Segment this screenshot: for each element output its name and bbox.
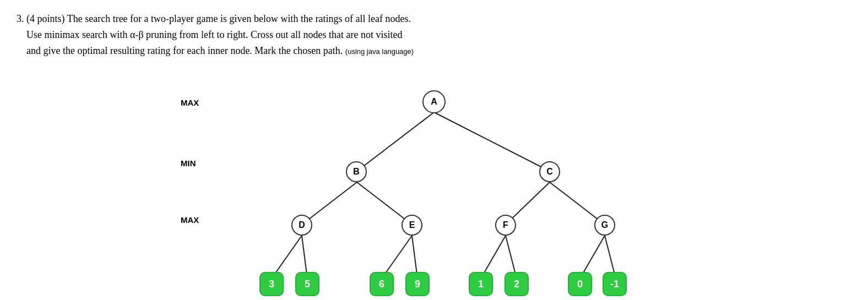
- problem-note: (using java language): [345, 47, 414, 56]
- leaf-1: 1: [469, 272, 493, 296]
- leaf-neg1: -1: [603, 272, 627, 296]
- problem-points: (4 points): [26, 13, 65, 24]
- svg-line-1: [434, 112, 550, 171]
- leaf-0: 0: [568, 272, 592, 296]
- problem-statement: 3. (4 points) The search tree for a two-…: [17, 11, 843, 58]
- problem-number: 3.: [17, 13, 24, 24]
- leaf-6: 6: [370, 272, 394, 296]
- leaf-5: 5: [295, 272, 319, 296]
- problem-text-line2: Use minimax search with α-β pruning from…: [26, 29, 402, 40]
- leaf-3: 3: [259, 272, 284, 296]
- leaf-2: 2: [504, 272, 529, 296]
- leaf-9: 9: [405, 272, 430, 296]
- problem-text-line3: and give the optimal resulting rating fo…: [26, 45, 343, 56]
- tree-diagram: MAX MIN MAX A B: [186, 75, 682, 262]
- problem-text-line1: The search tree for a two-player game is…: [67, 13, 411, 24]
- svg-line-0: [357, 112, 434, 171]
